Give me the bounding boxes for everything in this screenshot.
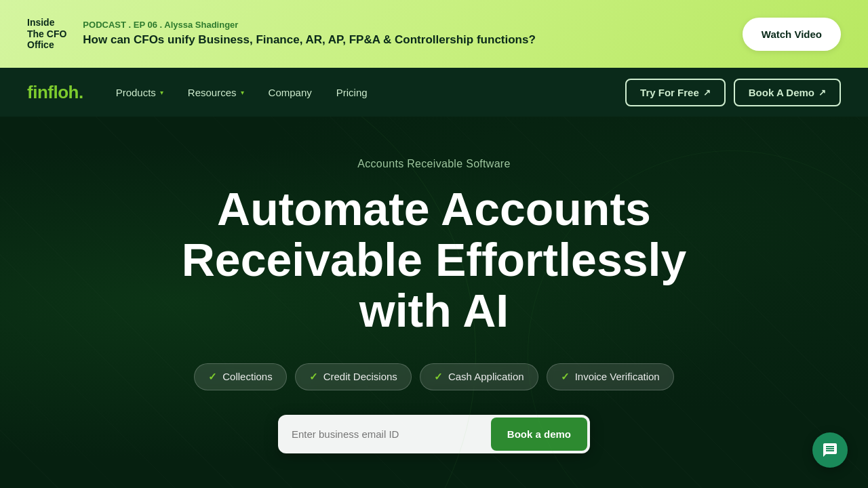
book-demo-submit-button[interactable]: Book a demo xyxy=(491,418,587,451)
feature-tags-list: ✓ Collections ✓ Credit Decisions ✓ Cash … xyxy=(194,363,673,390)
announcement-banner: Inside The CFO Office PODCAST . EP 06 . … xyxy=(0,0,868,68)
banner-logo: Inside The CFO Office xyxy=(27,17,66,51)
nav-actions: Try For Free ↗ Book A Demo ↗ xyxy=(625,79,841,106)
external-link-icon: ↗ xyxy=(818,87,826,98)
nav-links: Products ▾ Resources ▾ Company Pricing xyxy=(105,81,625,104)
site-logo[interactable]: finfloh. xyxy=(27,82,83,103)
book-demo-button[interactable]: Book A Demo ↗ xyxy=(734,79,841,106)
feature-tag-credit-decisions[interactable]: ✓ Credit Decisions xyxy=(295,363,412,390)
banner-left-content: Inside The CFO Office PODCAST . EP 06 . … xyxy=(27,17,536,51)
feature-tag-cash-application[interactable]: ✓ Cash Application xyxy=(420,363,538,390)
banner-podcast-label: PODCAST . EP 06 . Alyssa Shadinger xyxy=(83,20,535,30)
email-input[interactable] xyxy=(278,415,488,453)
chat-icon xyxy=(822,442,838,458)
nav-item-products[interactable]: Products ▾ xyxy=(105,81,174,104)
hero-subtitle: Accounts Receivable Software xyxy=(357,158,510,170)
main-navbar: finfloh. Products ▾ Resources ▾ Company … xyxy=(0,68,868,117)
external-link-icon: ↗ xyxy=(703,87,711,98)
feature-tag-invoice-verification[interactable]: ✓ Invoice Verification xyxy=(547,363,674,390)
check-icon: ✓ xyxy=(561,371,570,383)
nav-item-company[interactable]: Company xyxy=(258,81,323,104)
chevron-down-icon: ▾ xyxy=(160,89,163,96)
hero-title: Automate Accounts Receivable Effortlessl… xyxy=(182,184,687,336)
try-for-free-button[interactable]: Try For Free ↗ xyxy=(625,79,726,106)
banner-logo-text3: Office xyxy=(27,39,66,51)
banner-logo-text: Inside xyxy=(27,17,66,28)
check-icon: ✓ xyxy=(309,371,318,383)
nav-item-resources[interactable]: Resources ▾ xyxy=(177,81,255,104)
chat-widget-button[interactable] xyxy=(812,432,848,468)
banner-content: PODCAST . EP 06 . Alyssa Shadinger How c… xyxy=(83,20,535,47)
banner-headline: How can CFOs unify Business, Finance, AR… xyxy=(83,33,535,47)
feature-tag-collections[interactable]: ✓ Collections xyxy=(194,363,286,390)
watch-video-button[interactable]: Watch Video xyxy=(743,18,841,51)
hero-section: Accounts Receivable Software Automate Ac… xyxy=(0,117,868,488)
chevron-down-icon: ▾ xyxy=(241,89,244,96)
check-icon: ✓ xyxy=(434,371,443,383)
nav-item-pricing[interactable]: Pricing xyxy=(326,81,378,104)
email-signup-form: Book a demo xyxy=(278,415,590,453)
banner-logo-text2: The CFO xyxy=(27,28,66,40)
check-icon: ✓ xyxy=(208,371,217,383)
